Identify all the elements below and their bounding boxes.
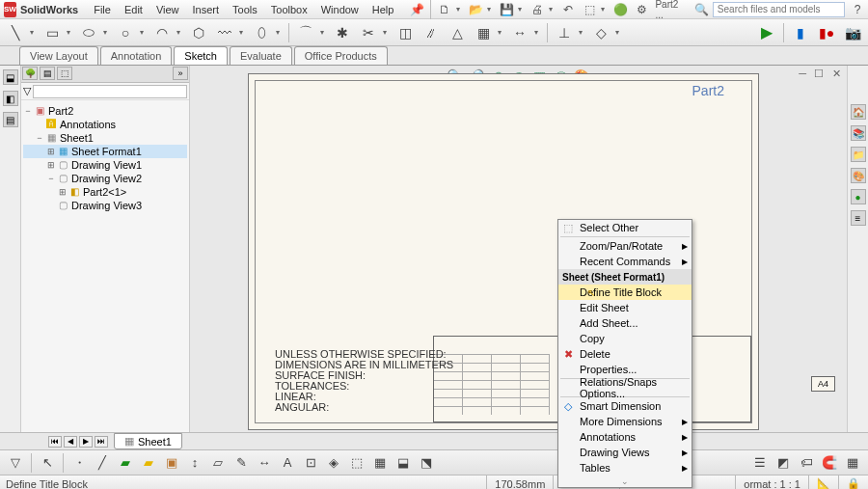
dimxpert-icon[interactable]: ◧ — [3, 91, 18, 106]
ctx-smart-dimension[interactable]: ◇Smart Dimension — [558, 398, 692, 414]
resources-icon[interactable]: 🏠 — [851, 104, 866, 120]
ellipse-tool-icon[interactable]: ⬯ — [250, 22, 273, 43]
annotate-icon[interactable]: 🏷 — [797, 453, 816, 473]
arc-tool-icon[interactable]: ◠ — [150, 22, 174, 43]
property-tab-icon[interactable]: ▤ — [40, 67, 55, 80]
ctx-expand-icon[interactable]: ⌄ — [558, 475, 692, 487]
filter-off-icon[interactable]: ▽ — [6, 453, 25, 473]
filter-axis-icon[interactable]: ↕ — [185, 453, 204, 473]
minimize-doc-icon[interactable]: ─ — [799, 68, 806, 79]
magnet-icon[interactable]: 🧲 — [820, 453, 839, 473]
ctx-relations-snaps[interactable]: Relations/Snaps Options... — [558, 380, 692, 395]
open-doc-icon[interactable]: 📂 — [466, 2, 485, 17]
filter-misc5-icon[interactable]: ⬓ — [393, 453, 413, 473]
menu-toolbox[interactable]: Toolbox — [265, 2, 313, 17]
filter-misc6-icon[interactable]: ⬔ — [417, 453, 436, 473]
tree-sheet-format1[interactable]: ⊞▦Sheet Format1 — [23, 145, 187, 158]
select-icon[interactable]: ⬚ — [580, 2, 599, 17]
ctx-tables[interactable]: Tables▶ — [558, 460, 692, 475]
ctx-delete[interactable]: ✖Delete — [558, 346, 692, 362]
menu-insert[interactable]: Insert — [187, 2, 226, 17]
circle-tool-icon[interactable]: ○ — [114, 22, 137, 43]
print-icon[interactable]: 🖨 — [528, 2, 547, 17]
ctx-copy[interactable]: Copy — [558, 331, 692, 346]
tree-root[interactable]: −▣Part2 — [23, 104, 187, 118]
spline-tool-icon[interactable]: 〰 — [213, 22, 236, 43]
menu-file[interactable]: File — [88, 2, 117, 17]
relation-tool-icon[interactable]: ⊥ — [553, 22, 576, 43]
file-explorer-icon[interactable]: 📁 — [851, 147, 866, 162]
sheet-tab-sheet1[interactable]: ▦Sheet1 — [114, 433, 182, 449]
cursor-icon[interactable]: ↖ — [38, 453, 57, 473]
tree-sheet1[interactable]: −▦Sheet1 — [23, 131, 187, 145]
record-icon[interactable]: ▮● — [815, 22, 838, 43]
ctx-define-title-block[interactable]: Define Title Block↖ — [558, 285, 692, 300]
line-tool-icon[interactable]: ╲ — [4, 22, 27, 43]
tab-annotation[interactable]: Annotation — [100, 46, 173, 65]
tree-filter-input[interactable] — [33, 85, 187, 98]
config-tab-icon[interactable]: ⬚ — [57, 67, 72, 80]
section-icon[interactable]: ◩ — [773, 453, 793, 473]
appearances-icon[interactable]: ● — [851, 189, 866, 204]
filter-misc2-icon[interactable]: ◈ — [324, 453, 343, 473]
help-icon[interactable]: ? — [849, 2, 867, 17]
undo-icon[interactable]: ↶ — [558, 2, 578, 17]
status-units-icon[interactable]: 📐 — [808, 475, 838, 489]
ctx-drawing-views[interactable]: Drawing Views▶ — [558, 445, 692, 460]
layer-icon[interactable]: ☰ — [750, 453, 770, 473]
last-sheet-button[interactable]: ⏭ — [95, 436, 108, 448]
grid-icon[interactable]: ▦ — [843, 453, 862, 473]
restore-doc-icon[interactable]: ☐ — [814, 68, 824, 80]
filter-surface-icon[interactable]: ▰ — [139, 453, 158, 473]
first-sheet-button[interactable]: ⏮ — [48, 436, 62, 448]
ctx-recent-commands[interactable]: Recent Commands▶ — [558, 254, 692, 269]
ctx-annotations[interactable]: Annotations▶ — [558, 429, 692, 445]
filter-face-icon[interactable]: ▰ — [116, 453, 135, 473]
design-library-icon[interactable]: 📚 — [851, 125, 866, 141]
menu-window[interactable]: Window — [315, 2, 365, 17]
tab-view-layout[interactable]: View Layout — [19, 46, 98, 65]
menu-help[interactable]: Help — [366, 2, 400, 17]
ctx-edit-sheet[interactable]: Edit Sheet — [558, 300, 692, 315]
fillet-tool-icon[interactable]: ⌒ — [294, 22, 317, 43]
menu-view[interactable]: View — [150, 2, 185, 17]
rebuild-icon[interactable]: 🟢 — [610, 2, 630, 17]
search-input[interactable] — [713, 2, 845, 17]
mirror-tool-icon[interactable]: △ — [446, 22, 469, 43]
trim-tool-icon[interactable]: ✂ — [357, 22, 380, 43]
tab-evaluate[interactable]: Evaluate — [230, 46, 292, 65]
expand-icon[interactable]: » — [173, 67, 188, 80]
tree-drawing-view1[interactable]: ⊞▢Drawing View1 — [23, 158, 187, 172]
tab-office-products[interactable]: Office Products — [294, 46, 388, 65]
filter-misc3-icon[interactable]: ⬚ — [347, 453, 366, 473]
filter-plane-icon[interactable]: ▱ — [208, 453, 228, 473]
filter-misc1-icon[interactable]: ⊡ — [301, 453, 320, 473]
stop-icon[interactable]: ▮ — [789, 22, 812, 43]
filter-vertex-icon[interactable]: ・ — [69, 453, 89, 473]
filter-misc4-icon[interactable]: ▦ — [370, 453, 390, 473]
status-lock-icon[interactable]: 🔒 — [838, 475, 868, 489]
tree-drawing-view2[interactable]: −▢Drawing View2 — [23, 172, 187, 185]
new-doc-icon[interactable]: 🗋 — [435, 2, 454, 17]
save-icon[interactable]: 💾 — [497, 2, 516, 17]
filter-icon[interactable]: ▽ — [23, 85, 31, 97]
menu-tools[interactable]: Tools — [227, 2, 263, 17]
dimension-tool-icon[interactable]: ◇ — [589, 22, 612, 43]
filter-solid-icon[interactable]: ▣ — [162, 453, 181, 473]
point-tool-icon[interactable]: ✱ — [331, 22, 354, 43]
custom-props-icon[interactable]: ≡ — [851, 210, 866, 226]
filter-dim-icon[interactable]: ↔ — [255, 453, 274, 473]
tree-drawing-view3[interactable]: ▢Drawing View3 — [23, 199, 187, 212]
filter-sketch-icon[interactable]: ✎ — [231, 453, 251, 473]
slot-tool-icon[interactable]: ⬭ — [77, 22, 100, 43]
tab-sketch[interactable]: Sketch — [174, 46, 228, 65]
ctx-add-sheet[interactable]: Add Sheet... — [558, 315, 692, 331]
offset-tool-icon[interactable]: ⫽ — [420, 22, 443, 43]
ctx-more-dimensions[interactable]: More Dimensions▶ — [558, 414, 692, 429]
tree-part2-ref[interactable]: ⊞◧Part2<1> — [23, 185, 187, 199]
close-doc-icon[interactable]: ✕ — [832, 68, 841, 80]
ctx-zoom-pan-rotate[interactable]: Zoom/Pan/Rotate▶ — [558, 238, 692, 254]
move-tool-icon[interactable]: ↔ — [508, 22, 531, 43]
menu-edit[interactable]: Edit — [119, 2, 149, 17]
ctx-properties[interactable]: Properties... — [558, 362, 692, 377]
